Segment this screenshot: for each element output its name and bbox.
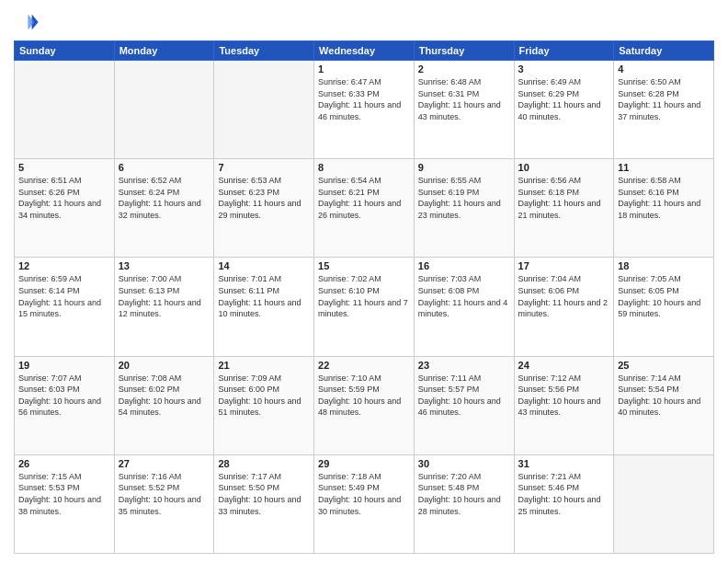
day-info: Sunrise: 7:08 AM Sunset: 6:02 PM Dayligh… xyxy=(119,373,210,419)
day-info: Sunrise: 7:21 AM Sunset: 5:46 PM Dayligh… xyxy=(518,471,610,517)
calendar-cell: 22Sunrise: 7:10 AM Sunset: 5:59 PM Dayli… xyxy=(314,356,415,454)
calendar-cell: 4Sunrise: 6:50 AM Sunset: 6:28 PM Daylig… xyxy=(614,61,714,159)
day-number: 19 xyxy=(18,360,110,371)
day-number: 5 xyxy=(18,162,110,173)
calendar-cell: 5Sunrise: 6:51 AM Sunset: 6:26 PM Daylig… xyxy=(15,159,115,258)
calendar-cell: 19Sunrise: 7:07 AM Sunset: 6:03 PM Dayli… xyxy=(15,356,115,454)
calendar-cell: 6Sunrise: 6:52 AM Sunset: 6:24 PM Daylig… xyxy=(114,159,214,258)
day-info: Sunrise: 6:53 AM Sunset: 6:23 PM Dayligh… xyxy=(218,175,310,221)
day-number: 15 xyxy=(318,260,410,271)
calendar-cell: 26Sunrise: 7:15 AM Sunset: 5:53 PM Dayli… xyxy=(15,454,115,553)
calendar-cell: 20Sunrise: 7:08 AM Sunset: 6:02 PM Dayli… xyxy=(114,356,214,454)
day-info: Sunrise: 6:47 AM Sunset: 6:33 PM Dayligh… xyxy=(318,76,410,122)
day-number: 28 xyxy=(218,458,310,469)
weekday-header-saturday: Saturday xyxy=(614,41,714,61)
calendar-cell: 15Sunrise: 7:02 AM Sunset: 6:10 PM Dayli… xyxy=(314,258,415,356)
day-number: 11 xyxy=(618,162,710,173)
day-info: Sunrise: 7:02 AM Sunset: 6:10 PM Dayligh… xyxy=(318,273,410,319)
day-number: 3 xyxy=(518,63,610,75)
calendar-cell: 8Sunrise: 6:54 AM Sunset: 6:21 PM Daylig… xyxy=(314,159,415,258)
weekday-header-sunday: Sunday xyxy=(15,41,115,61)
logo-icon xyxy=(14,9,40,35)
day-info: Sunrise: 7:15 AM Sunset: 5:53 PM Dayligh… xyxy=(18,471,110,517)
day-info: Sunrise: 6:55 AM Sunset: 6:19 PM Dayligh… xyxy=(418,175,510,221)
day-number: 12 xyxy=(18,260,110,271)
calendar-cell: 21Sunrise: 7:09 AM Sunset: 6:00 PM Dayli… xyxy=(214,356,314,454)
calendar-cell: 14Sunrise: 7:01 AM Sunset: 6:11 PM Dayli… xyxy=(214,258,314,356)
calendar-cell: 24Sunrise: 7:12 AM Sunset: 5:56 PM Dayli… xyxy=(514,356,614,454)
calendar-cell: 11Sunrise: 6:58 AM Sunset: 6:16 PM Dayli… xyxy=(614,159,714,258)
calendar-table: SundayMondayTuesdayWednesdayThursdayFrid… xyxy=(14,40,714,554)
calendar-cell: 27Sunrise: 7:16 AM Sunset: 5:52 PM Dayli… xyxy=(114,454,214,553)
calendar-cell: 25Sunrise: 7:14 AM Sunset: 5:54 PM Dayli… xyxy=(614,356,714,454)
day-number: 25 xyxy=(618,360,710,371)
day-info: Sunrise: 7:12 AM Sunset: 5:56 PM Dayligh… xyxy=(518,373,610,419)
weekday-header-wednesday: Wednesday xyxy=(314,41,415,61)
day-number: 29 xyxy=(318,458,410,469)
calendar-cell xyxy=(114,61,214,159)
day-info: Sunrise: 7:05 AM Sunset: 6:05 PM Dayligh… xyxy=(618,273,710,319)
day-info: Sunrise: 6:48 AM Sunset: 6:31 PM Dayligh… xyxy=(418,76,510,122)
day-info: Sunrise: 7:03 AM Sunset: 6:08 PM Dayligh… xyxy=(418,273,510,319)
calendar-cell: 13Sunrise: 7:00 AM Sunset: 6:13 PM Dayli… xyxy=(114,258,214,356)
header xyxy=(14,9,714,35)
day-number: 20 xyxy=(119,360,210,371)
day-info: Sunrise: 7:16 AM Sunset: 5:52 PM Dayligh… xyxy=(119,471,210,517)
day-number: 9 xyxy=(418,162,510,173)
day-number: 6 xyxy=(119,162,210,173)
calendar-cell: 30Sunrise: 7:20 AM Sunset: 5:48 PM Dayli… xyxy=(414,454,514,553)
day-info: Sunrise: 6:54 AM Sunset: 6:21 PM Dayligh… xyxy=(318,175,410,221)
calendar-cell xyxy=(214,61,314,159)
calendar-cell xyxy=(15,61,115,159)
day-number: 14 xyxy=(218,260,310,271)
day-info: Sunrise: 7:20 AM Sunset: 5:48 PM Dayligh… xyxy=(418,471,510,517)
day-number: 8 xyxy=(318,162,410,173)
calendar-cell xyxy=(614,454,714,553)
day-info: Sunrise: 6:49 AM Sunset: 6:29 PM Dayligh… xyxy=(518,76,610,122)
weekday-header-tuesday: Tuesday xyxy=(214,41,314,61)
day-info: Sunrise: 6:50 AM Sunset: 6:28 PM Dayligh… xyxy=(618,76,710,122)
calendar-cell: 18Sunrise: 7:05 AM Sunset: 6:05 PM Dayli… xyxy=(614,258,714,356)
page: SundayMondayTuesdayWednesdayThursdayFrid… xyxy=(0,0,728,563)
week-row-1: 1Sunrise: 6:47 AM Sunset: 6:33 PM Daylig… xyxy=(15,61,714,159)
day-number: 2 xyxy=(418,63,510,75)
week-row-3: 12Sunrise: 6:59 AM Sunset: 6:14 PM Dayli… xyxy=(15,258,714,356)
calendar-cell: 23Sunrise: 7:11 AM Sunset: 5:57 PM Dayli… xyxy=(414,356,514,454)
week-row-5: 26Sunrise: 7:15 AM Sunset: 5:53 PM Dayli… xyxy=(15,454,714,553)
day-number: 23 xyxy=(418,360,510,371)
day-number: 10 xyxy=(518,162,610,173)
calendar-cell: 1Sunrise: 6:47 AM Sunset: 6:33 PM Daylig… xyxy=(314,61,415,159)
logo xyxy=(14,9,45,35)
day-info: Sunrise: 6:52 AM Sunset: 6:24 PM Dayligh… xyxy=(119,175,210,221)
week-row-2: 5Sunrise: 6:51 AM Sunset: 6:26 PM Daylig… xyxy=(15,159,714,258)
day-info: Sunrise: 7:01 AM Sunset: 6:11 PM Dayligh… xyxy=(218,273,310,319)
day-info: Sunrise: 6:51 AM Sunset: 6:26 PM Dayligh… xyxy=(18,175,110,221)
weekday-header-monday: Monday xyxy=(114,41,214,61)
day-info: Sunrise: 6:59 AM Sunset: 6:14 PM Dayligh… xyxy=(18,273,110,319)
day-number: 31 xyxy=(518,458,610,469)
weekday-header-thursday: Thursday xyxy=(414,41,514,61)
weekday-header-row: SundayMondayTuesdayWednesdayThursdayFrid… xyxy=(15,41,714,61)
calendar-cell: 9Sunrise: 6:55 AM Sunset: 6:19 PM Daylig… xyxy=(414,159,514,258)
weekday-header-friday: Friday xyxy=(514,41,614,61)
day-number: 13 xyxy=(119,260,210,271)
calendar-cell: 29Sunrise: 7:18 AM Sunset: 5:49 PM Dayli… xyxy=(314,454,415,553)
day-info: Sunrise: 7:14 AM Sunset: 5:54 PM Dayligh… xyxy=(618,373,710,419)
calendar-cell: 7Sunrise: 6:53 AM Sunset: 6:23 PM Daylig… xyxy=(214,159,314,258)
day-number: 18 xyxy=(618,260,710,271)
day-info: Sunrise: 7:07 AM Sunset: 6:03 PM Dayligh… xyxy=(18,373,110,419)
day-info: Sunrise: 7:18 AM Sunset: 5:49 PM Dayligh… xyxy=(318,471,410,517)
calendar-cell: 28Sunrise: 7:17 AM Sunset: 5:50 PM Dayli… xyxy=(214,454,314,553)
calendar-cell: 12Sunrise: 6:59 AM Sunset: 6:14 PM Dayli… xyxy=(15,258,115,356)
calendar-cell: 31Sunrise: 7:21 AM Sunset: 5:46 PM Dayli… xyxy=(514,454,614,553)
calendar-cell: 10Sunrise: 6:56 AM Sunset: 6:18 PM Dayli… xyxy=(514,159,614,258)
calendar-cell: 3Sunrise: 6:49 AM Sunset: 6:29 PM Daylig… xyxy=(514,61,614,159)
day-info: Sunrise: 7:17 AM Sunset: 5:50 PM Dayligh… xyxy=(218,471,310,517)
day-info: Sunrise: 7:04 AM Sunset: 6:06 PM Dayligh… xyxy=(518,273,610,319)
day-info: Sunrise: 7:00 AM Sunset: 6:13 PM Dayligh… xyxy=(119,273,210,319)
week-row-4: 19Sunrise: 7:07 AM Sunset: 6:03 PM Dayli… xyxy=(15,356,714,454)
calendar-cell: 16Sunrise: 7:03 AM Sunset: 6:08 PM Dayli… xyxy=(414,258,514,356)
day-number: 24 xyxy=(518,360,610,371)
day-info: Sunrise: 6:56 AM Sunset: 6:18 PM Dayligh… xyxy=(518,175,610,221)
day-info: Sunrise: 7:11 AM Sunset: 5:57 PM Dayligh… xyxy=(418,373,510,419)
